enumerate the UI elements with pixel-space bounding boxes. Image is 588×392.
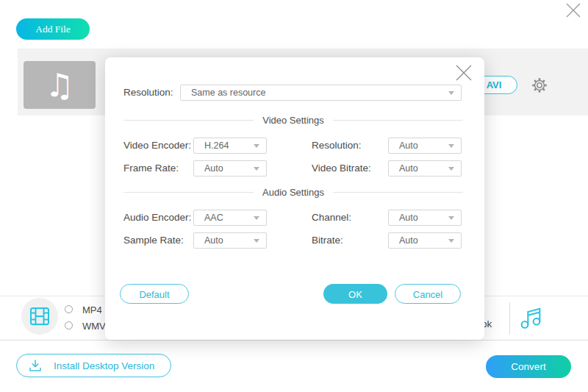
chevron-down-icon (254, 167, 259, 171)
dialog-close-icon[interactable] (455, 64, 473, 82)
settings-gear-icon[interactable] (531, 76, 548, 94)
install-desktop-button[interactable]: Install Desktop Version (16, 354, 171, 377)
frame-rate-label: Frame Rate: (123, 160, 179, 177)
chevron-down-icon (448, 91, 454, 95)
add-file-button[interactable]: Add File (16, 18, 90, 40)
default-button[interactable]: Default (120, 284, 189, 304)
chevron-down-icon (448, 144, 454, 148)
audio-settings-section-title: Audio Settings (123, 186, 463, 199)
film-strip-icon (29, 307, 50, 326)
channel-select[interactable]: Auto (388, 210, 462, 226)
radio-mp4[interactable] (65, 305, 73, 313)
video-settings-section-title: Video Settings (123, 114, 463, 126)
bitrate-label: Bitrate: (312, 232, 343, 249)
app-window: Add File ♫ AVI (0, 0, 588, 392)
download-icon (28, 359, 43, 373)
music-note-outline-icon (519, 304, 542, 331)
audio-encoder-select[interactable]: AAC (193, 210, 267, 226)
resolution-main-select[interactable]: Same as resource (180, 85, 462, 101)
settings-dialog: Resolution: Same as resource Video Setti… (105, 57, 484, 340)
radio-wmv-label[interactable]: WMV (82, 321, 106, 332)
video-encoder-label: Video Encoder: (123, 138, 191, 154)
chevron-down-icon (254, 144, 259, 148)
audio-encoder-label: Audio Encoder: (123, 210, 191, 226)
install-desktop-label: Install Desktop Version (54, 360, 154, 371)
chevron-down-icon (448, 239, 454, 243)
cancel-button[interactable]: Cancel (395, 284, 461, 304)
video-bitrate-select[interactable]: Auto (388, 160, 462, 177)
audio-formats-tab[interactable] (519, 304, 542, 331)
sample-rate-select[interactable]: Auto (193, 232, 267, 249)
frame-rate-select[interactable]: Auto (193, 160, 267, 177)
video-encoder-select[interactable]: H.264 (193, 138, 267, 154)
radio-mp4-label[interactable]: MP4 (82, 304, 102, 316)
resolution-label: Resolution: (312, 138, 362, 154)
sample-rate-label: Sample Rate: (123, 232, 184, 249)
chevron-down-icon (448, 216, 454, 220)
radio-wmv[interactable] (65, 321, 73, 329)
resolution-main-label: Resolution: (123, 85, 173, 101)
video-formats-tab[interactable] (21, 298, 58, 335)
ok-button[interactable]: OK (323, 284, 387, 304)
format-bar-divider (509, 302, 510, 335)
chevron-down-icon (254, 216, 259, 220)
file-thumbnail: ♫ (24, 61, 96, 109)
video-bitrate-label: Video Bitrate: (312, 160, 371, 177)
chevron-down-icon (448, 167, 454, 171)
convert-button[interactable]: Convert (486, 355, 571, 378)
chevron-down-icon (254, 239, 259, 243)
music-note-icon: ♫ (45, 69, 74, 101)
channel-label: Channel: (312, 210, 351, 226)
window-close-icon[interactable] (564, 1, 583, 19)
bitrate-select[interactable]: Auto (388, 232, 462, 249)
resolution-select[interactable]: Auto (388, 138, 462, 154)
